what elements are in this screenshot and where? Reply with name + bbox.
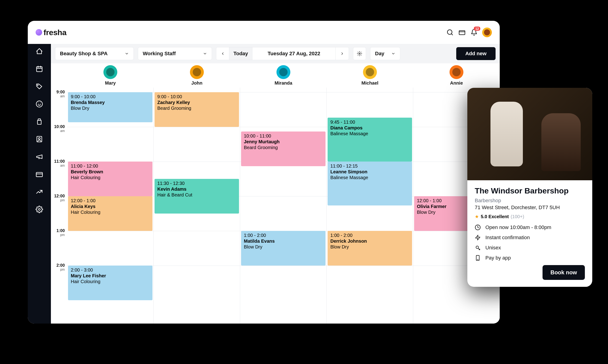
business-title: The Windsor Barbershop	[475, 186, 585, 195]
appointment-block[interactable]: 12:00 - 1:00Alicia KeysHair Colouring	[68, 196, 152, 231]
svg-point-18	[359, 53, 360, 54]
card-icon[interactable]	[35, 170, 43, 178]
product-icon[interactable]	[35, 117, 43, 126]
rating-row: ★ 5.0 Excellent (100+)	[475, 214, 585, 219]
appointment-block[interactable]: 9:00 - 10:00Zachary KelleyBeard Grooming	[154, 92, 239, 127]
feature-pay: Pay by app	[475, 255, 585, 261]
date-navigator: Today Tuesday 27 Aug, 2022	[216, 47, 349, 60]
time-axis: 9:00am 10:00am 11:00am 12:00pm 1:00pm 2:…	[51, 88, 67, 324]
settings-icon[interactable]	[35, 205, 43, 214]
staff-filter-select[interactable]: Working Staff	[138, 47, 212, 60]
appointment-block[interactable]: 1:00 - 2:00Matilda EvansBlow Dry	[241, 231, 326, 266]
star-icon: ★	[475, 214, 479, 219]
prev-day-button[interactable]	[216, 47, 229, 60]
tag-icon[interactable]	[35, 82, 43, 91]
appointment-block[interactable]: 9:45 - 11:00Diana CamposBalinese Massage	[328, 118, 412, 162]
location-select[interactable]: Beauty Shop & SPA	[55, 47, 134, 60]
appointment-client: Kevin Adams	[157, 186, 236, 192]
staff-name: Miranda	[275, 80, 292, 86]
svg-marker-20	[475, 235, 480, 240]
appointment-block[interactable]: 1:00 - 2:00Derrick JohnsonBlow Dry	[328, 231, 412, 266]
appointment-service: Balinese Massage	[330, 175, 409, 180]
calendar-settings-button[interactable]	[353, 47, 366, 60]
staff-name: Michael	[361, 80, 378, 86]
appointment-time: 1:00 - 2:00	[244, 233, 266, 238]
search-icon[interactable]	[446, 28, 454, 36]
contact-icon[interactable]	[35, 135, 43, 143]
staff-avatar	[276, 65, 290, 79]
today-button[interactable]: Today	[229, 47, 252, 60]
staff-column[interactable]: 10:00 - 11:00Jenny MurtaughBeard Groomin…	[240, 88, 327, 324]
staff-column[interactable]: 9:45 - 11:00Diana CamposBalinese Massage…	[327, 88, 413, 324]
appointment-block[interactable]: 11:00 - 12:00Beverly BrownHair Colouring	[68, 162, 152, 196]
appointment-block[interactable]: 11:00 - 12:15Leanne SimpsonBalinese Mass…	[328, 162, 412, 206]
chevron-right-icon	[340, 52, 344, 56]
time-label: 12:00pm	[51, 194, 65, 202]
appointment-block[interactable]: 2:00 - 3:00Mary Lee FisherHair Colouring	[68, 266, 152, 300]
next-day-button[interactable]	[336, 47, 349, 60]
add-new-button[interactable]: Add new	[456, 47, 496, 60]
appointment-time: 12:00 - 1:00	[71, 198, 96, 203]
staff-column-header[interactable]: Annie	[413, 65, 500, 86]
app-header: fresha 12	[28, 21, 500, 44]
svg-point-14	[38, 138, 40, 139]
staff-column[interactable]: 9:00 - 10:00Zachary KelleyBeard Grooming…	[154, 88, 240, 324]
staff-name: Annie	[450, 80, 463, 86]
view-select[interactable]: Day	[370, 47, 400, 60]
app-window: fresha 12	[28, 21, 500, 324]
feature-hours: Open now 10:00am - 8:00pm	[475, 224, 585, 230]
staff-avatar	[450, 65, 463, 79]
time-label: 1:00pm	[51, 229, 65, 236]
appointment-service: Beard Grooming	[244, 145, 323, 150]
calendar-toolbar: Beauty Shop & SPA Working Staff Today Tu…	[51, 44, 500, 63]
svg-rect-15	[36, 172, 42, 177]
staff-column-header[interactable]: Miranda	[240, 65, 327, 86]
main-content: Beauty Shop & SPA Working Staff Today Tu…	[51, 44, 500, 324]
svg-point-8	[38, 85, 38, 86]
home-icon[interactable]	[35, 47, 43, 55]
feature-confirmation: Instant confirmation	[475, 234, 585, 241]
appointment-time: 12:00 - 1:00	[417, 198, 442, 203]
user-avatar[interactable]	[482, 27, 492, 37]
book-now-button[interactable]: Book now	[542, 265, 585, 280]
staff-column[interactable]: 9:00 - 10:00Brenda MasseyBlow Dry11:00 -…	[67, 88, 154, 324]
appointment-block[interactable]: 11:30 - 12:30Kevin AdamsHair & Beard Cut	[154, 179, 239, 214]
chevron-left-icon	[221, 52, 225, 56]
appointment-service: Balinese Massage	[330, 131, 409, 136]
brand-logo[interactable]: fresha	[36, 28, 66, 37]
appointment-service: Hair Colouring	[71, 175, 150, 180]
staff-avatar	[103, 65, 117, 79]
time-label: 11:00am	[51, 159, 65, 167]
staff-name: John	[191, 80, 202, 86]
appointment-block[interactable]: 9:00 - 10:00Brenda MasseyBlow Dry	[68, 92, 152, 122]
staff-name: Mary	[105, 80, 116, 86]
svg-point-17	[38, 208, 40, 210]
time-label: 10:00am	[51, 125, 65, 132]
rating-count: (100+)	[511, 214, 524, 219]
appointment-time: 10:00 - 11:00	[244, 133, 271, 138]
megaphone-icon[interactable]	[35, 153, 43, 161]
svg-rect-26	[476, 255, 479, 260]
staff-column-header[interactable]: Mary	[67, 65, 154, 86]
appointment-time: 1:00 - 2:00	[330, 233, 353, 238]
gear-icon	[357, 51, 362, 56]
appointment-service: Beard Grooming	[157, 106, 236, 111]
calendar-grid: 9:00am 10:00am 11:00am 12:00pm 1:00pm 2:…	[51, 88, 500, 324]
staff-column-header[interactable]: Michael	[327, 65, 413, 86]
calendar-icon[interactable]	[35, 65, 43, 73]
appointment-client: Beverly Brown	[71, 169, 150, 174]
wallet-icon[interactable]	[458, 28, 466, 36]
chart-icon[interactable]	[35, 188, 43, 196]
appointment-time: 11:00 - 12:00	[71, 163, 98, 169]
logo-icon	[36, 29, 42, 36]
clock-icon	[475, 224, 481, 230]
svg-rect-2	[459, 31, 465, 35]
notifications-icon[interactable]: 12	[470, 28, 478, 36]
staff-header-row: Mary John Miranda Michael Annie	[51, 63, 500, 88]
appointment-block[interactable]: 10:00 - 11:00Jenny MurtaughBeard Groomin…	[241, 131, 326, 166]
smile-icon[interactable]	[35, 100, 43, 108]
staff-avatar	[363, 65, 377, 79]
chevron-down-icon	[125, 52, 129, 56]
date-display[interactable]: Tuesday 27 Aug, 2022	[252, 47, 336, 60]
staff-column-header[interactable]: John	[154, 65, 240, 86]
